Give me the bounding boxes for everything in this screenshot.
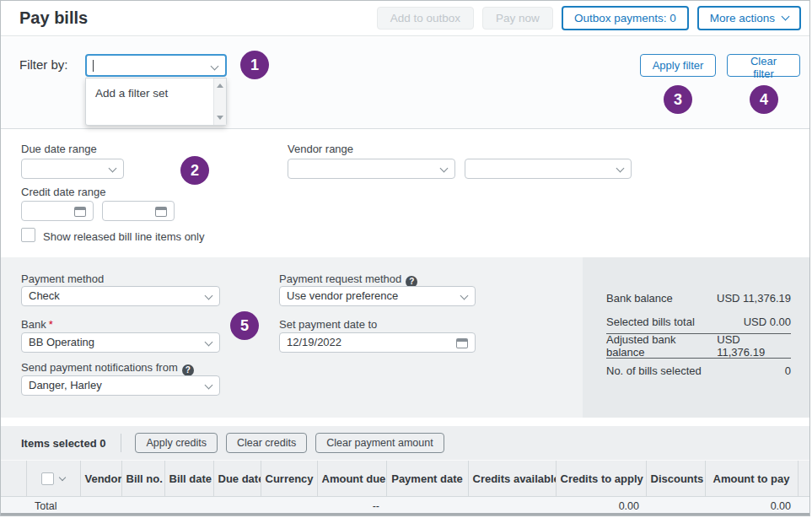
calendar-icon[interactable] xyxy=(74,207,86,217)
add-to-outbox-button[interactable]: Add to outbox xyxy=(377,7,474,30)
bank-balance-label: Bank balance xyxy=(606,292,673,305)
help-icon[interactable]: ? xyxy=(182,364,194,376)
payment-method-value: Check xyxy=(29,289,60,302)
text-caret xyxy=(93,60,94,72)
column-header-credits-to-apply[interactable]: Credits to apply xyxy=(556,461,646,497)
chevron-down-icon xyxy=(616,165,625,173)
required-asterisk: * xyxy=(49,318,53,331)
credit-date-to-input[interactable] xyxy=(102,201,175,221)
column-header-amount-due[interactable]: Amount due xyxy=(317,461,386,497)
selected-bills-total-value: USD 0.00 xyxy=(744,316,791,328)
bills-table-section: Items selected 0 Apply credits Clear cre… xyxy=(1,426,809,515)
payment-request-method-label: Payment request method? xyxy=(279,272,417,288)
payment-request-method-value: Use vendor preference xyxy=(287,289,398,302)
vendor-range-to-select[interactable] xyxy=(465,159,632,179)
table-toolbar: Items selected 0 Apply credits Clear cre… xyxy=(1,426,809,460)
select-all-checkbox[interactable] xyxy=(41,472,54,485)
items-selected-label: Items selected 0 xyxy=(21,437,105,450)
calendar-icon[interactable] xyxy=(155,207,167,217)
bank-label: Bank* xyxy=(21,318,53,331)
apply-filter-button[interactable]: Apply filter xyxy=(640,54,716,77)
chevron-down-icon[interactable] xyxy=(211,62,219,71)
summary-row: No. of bills selected 0 xyxy=(583,359,809,382)
more-actions-label: More actions xyxy=(710,12,775,24)
toolbar-divider xyxy=(121,434,121,452)
notifications-from-label: Send payment notifications from? xyxy=(21,361,194,376)
row-gutter xyxy=(1,461,26,497)
filter-set-dropdown: Add a filter set xyxy=(85,78,227,126)
chevron-down-icon xyxy=(460,292,469,300)
payment-method-select[interactable]: Check xyxy=(21,286,220,306)
pay-bills-page: Pay bills Add to outbox Pay now Outbox p… xyxy=(0,0,810,516)
column-header-end xyxy=(798,461,810,497)
scroll-down-icon[interactable] xyxy=(217,116,223,120)
filter-by-label: Filter by: xyxy=(19,57,68,72)
clear-credits-button[interactable]: Clear credits xyxy=(226,433,307,453)
due-date-range-select[interactable] xyxy=(21,159,124,179)
apply-credits-button[interactable]: Apply credits xyxy=(135,433,218,453)
chevron-down-icon xyxy=(440,165,449,173)
bills-table: Vendor Bill no. Bill date Due date Curre… xyxy=(1,460,810,516)
selected-bills-total-label: Selected bills total xyxy=(606,316,695,328)
adjusted-bank-balance-value: USD 11,376.19 xyxy=(717,333,791,359)
bills-selected-count-value: 0 xyxy=(785,364,791,377)
chevron-down-icon xyxy=(205,292,213,300)
notifications-from-select[interactable]: Danger, Harley xyxy=(21,375,220,396)
balance-summary-panel: Bank balance USD 11,376.19 Selected bill… xyxy=(583,257,809,418)
released-bill-lines-checkbox[interactable] xyxy=(21,228,35,242)
notifications-from-label-text: Send payment notifications from xyxy=(21,361,178,374)
summary-row: Adjusted bank balance USD 11,376.19 xyxy=(583,334,809,358)
clear-payment-amount-button[interactable]: Clear payment amount xyxy=(315,433,444,453)
column-header-amount-to-pay[interactable]: Amount to pay xyxy=(705,461,798,497)
column-header-bill-date[interactable]: Bill date xyxy=(164,461,213,497)
due-date-range-label: Due date range xyxy=(21,143,97,155)
table-bottom-edge xyxy=(1,513,809,515)
column-header-payment-date[interactable]: Payment date xyxy=(386,461,468,497)
header-actions: Add to outbox Pay now Outbox payments: 0… xyxy=(377,6,801,30)
chevron-down-icon[interactable] xyxy=(59,474,66,481)
notifications-from-value: Danger, Harley xyxy=(29,379,102,391)
payment-request-method-select[interactable]: Use vendor preference xyxy=(279,286,476,306)
page-title: Pay bills xyxy=(19,8,88,28)
filter-set-combobox[interactable] xyxy=(85,54,227,77)
column-header-currency[interactable]: Currency xyxy=(261,461,317,497)
dropdown-item-add-filter-set[interactable]: Add a filter set xyxy=(95,87,168,100)
filter-bar: Filter by: Add a filter set 1 Apply filt… xyxy=(1,37,809,129)
payment-date-input[interactable]: 12/19/2022 xyxy=(279,332,476,353)
select-all-cell xyxy=(26,461,80,497)
chevron-down-icon xyxy=(205,381,213,390)
bank-label-text: Bank xyxy=(21,318,46,331)
adjusted-bank-balance-label: Adjusted bank balance xyxy=(606,333,717,359)
annotation-badge-1: 1 xyxy=(240,51,269,79)
column-header-vendor[interactable]: Vendor xyxy=(80,461,121,497)
filter-criteria-section: Due date range 2 Vendor range Credit dat… xyxy=(1,130,809,257)
calendar-icon[interactable] xyxy=(456,338,468,348)
vendor-range-from-select[interactable] xyxy=(288,159,455,179)
column-header-bill-no[interactable]: Bill no. xyxy=(121,461,164,497)
column-header-credits-available[interactable]: Credits available xyxy=(468,461,556,497)
chevron-down-icon xyxy=(109,165,117,173)
credit-date-range-label: Credit date range xyxy=(21,186,105,198)
more-actions-button[interactable]: More actions xyxy=(697,6,801,30)
payment-date-value: 12/19/2022 xyxy=(287,336,341,348)
pay-now-button[interactable]: Pay now xyxy=(482,7,553,30)
chevron-down-icon xyxy=(782,13,790,21)
column-header-due-date[interactable]: Due date xyxy=(213,461,261,497)
dropdown-scrollbar[interactable] xyxy=(213,78,226,125)
outbox-payments-button[interactable]: Outbox payments: 0 xyxy=(562,6,689,30)
clear-filter-button[interactable]: Clear filter xyxy=(727,54,800,77)
payment-request-method-label-text: Payment request method xyxy=(279,272,401,285)
released-bill-lines-label: Show released bill line items only xyxy=(43,230,204,243)
chevron-down-icon xyxy=(205,338,213,347)
bank-value: BB Operating xyxy=(29,336,94,348)
annotation-badge-5: 5 xyxy=(230,311,259,340)
scroll-up-icon[interactable] xyxy=(217,84,223,88)
payment-date-label: Set payment date to xyxy=(279,318,377,331)
bank-select[interactable]: BB Operating xyxy=(21,332,220,353)
table-header-row: Vendor Bill no. Bill date Due date Curre… xyxy=(1,461,810,497)
credit-date-from-input[interactable] xyxy=(21,201,94,221)
annotation-badge-4: 4 xyxy=(750,85,778,114)
page-header: Pay bills Add to outbox Pay now Outbox p… xyxy=(1,1,809,36)
column-header-discounts[interactable]: Discounts xyxy=(646,461,705,497)
payment-method-label: Payment method xyxy=(21,272,104,285)
